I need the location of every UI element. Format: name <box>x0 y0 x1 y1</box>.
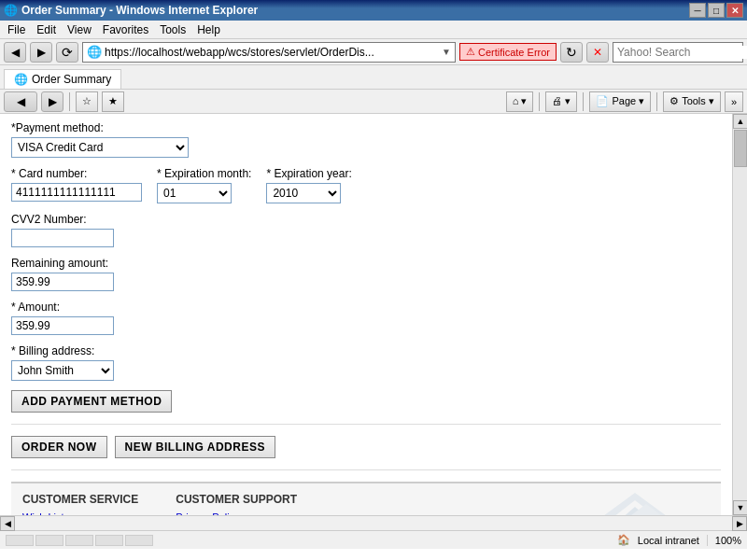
exp-month-select[interactable]: 01020304 05060708 09101112 <box>157 183 232 203</box>
search-input[interactable] <box>617 46 747 59</box>
order-now-button[interactable]: ORDER NOW <box>11 436 107 458</box>
toolbar: ◀ ▶ ☆ ★ ⌂ ▾ 🖨 ▾ 📄 Page ▾ ⚙ Tools ▾ » <box>0 90 747 114</box>
amount-input[interactable] <box>11 316 114 335</box>
scroll-track[interactable] <box>733 129 747 500</box>
active-tab[interactable]: 🌐 Order Summary <box>4 69 121 89</box>
address-input[interactable] <box>105 46 442 59</box>
tab-bar: 🌐 Order Summary <box>0 65 747 90</box>
go-button[interactable]: ↻ <box>560 42 583 63</box>
footer-col-service: CUSTOMER SERVICE Wish List My Account <box>22 493 138 515</box>
cert-error-badge[interactable]: ⚠ Certificate Error <box>459 43 557 61</box>
card-number-label: * Card number: <box>11 167 142 180</box>
footer: CUSTOMER SERVICE Wish List My Account CU… <box>11 482 721 515</box>
menu-favorites[interactable]: Favorites <box>97 21 154 38</box>
toolbar-sep-1 <box>69 92 70 111</box>
toolbar-sep-3 <box>583 92 584 111</box>
footer-logo-svg <box>560 493 710 515</box>
card-fields-row: * Card number: * Expiration month: 01020… <box>11 167 721 203</box>
toolbar-print[interactable]: 🖨 ▾ <box>545 91 577 112</box>
toolbar-forward[interactable]: ▶ <box>41 91 63 112</box>
toolbar-tools[interactable]: ⚙ Tools ▾ <box>663 91 721 112</box>
title-bar-icon: 🌐 <box>4 4 18 17</box>
exp-month-label: * Expiration month: <box>157 167 251 180</box>
minimize-button[interactable]: ─ <box>689 3 706 18</box>
toolbar-sep-4 <box>656 92 657 111</box>
scrollbar: ▲ ▼ <box>732 114 747 515</box>
main-layout: *Payment method: VISA Credit Card Master… <box>0 114 747 515</box>
content-area: *Payment method: VISA Credit Card Master… <box>0 114 732 515</box>
menu-bar: File Edit View Favorites Tools Help <box>0 21 747 39</box>
hscroll-right-button[interactable]: ▶ <box>732 516 747 531</box>
card-number-input[interactable] <box>11 183 142 202</box>
stop-button[interactable]: ✕ <box>586 42 609 63</box>
cvv2-row: CVV2 Number: <box>11 213 721 247</box>
footer-col-support: CUSTOMER SUPPORT Privacy Policy Contact … <box>176 493 297 515</box>
toolbar-page[interactable]: 📄 Page ▾ <box>589 91 651 112</box>
tab-label: Order Summary <box>32 73 111 86</box>
menu-view[interactable]: View <box>62 21 97 38</box>
ie-icon: 🌐 <box>87 45 102 59</box>
remaining-row: Remaining amount: <box>11 257 721 291</box>
tab-icon: 🌐 <box>14 73 28 86</box>
divider-1 <box>11 424 721 425</box>
horizontal-scrollbar: ◀ ▶ <box>0 515 747 530</box>
zoom-label: 100% <box>707 535 741 546</box>
address-bar-wrap: 🌐 ▼ <box>82 42 456 63</box>
zone-icon: 🏠 <box>617 534 630 546</box>
card-number-group: * Card number: <box>11 167 142 202</box>
address-dropdown-icon[interactable]: ▼ <box>442 47 451 57</box>
remaining-label: Remaining amount: <box>11 257 721 270</box>
toolbar-back[interactable]: ◀ <box>4 91 37 112</box>
payment-method-select[interactable]: VISA Credit Card MasterCard American Exp… <box>11 137 189 158</box>
amount-label: * Amount: <box>11 301 721 314</box>
exp-year-group: * Expiration year: 201020112012 20132014… <box>266 167 351 203</box>
toolbar-home[interactable]: ⌂ ▾ <box>506 91 534 112</box>
remaining-input[interactable] <box>11 273 114 291</box>
status-bar: 🏠 Local intranet 100% <box>0 530 747 549</box>
refresh-button[interactable]: ⟳ <box>56 42 78 63</box>
billing-row: * Billing address: John Smith <box>11 344 721 381</box>
add-payment-row: ADD PAYMENT METHOD <box>11 390 721 413</box>
exp-month-group: * Expiration month: 01020304 05060708 09… <box>157 167 251 203</box>
footer-support-heading: CUSTOMER SUPPORT <box>176 493 297 506</box>
payment-method-row: *Payment method: VISA Credit Card Master… <box>11 121 721 158</box>
title-bar: 🌐 Order Summary - Windows Internet Explo… <box>0 0 747 21</box>
amount-row: * Amount: <box>11 301 721 335</box>
back-button[interactable]: ◀ <box>4 42 26 63</box>
toolbar-add-favorites[interactable]: ★ <box>102 91 124 112</box>
menu-edit[interactable]: Edit <box>31 21 62 38</box>
cvv2-label: CVV2 Number: <box>11 213 721 226</box>
menu-help[interactable]: Help <box>191 21 226 38</box>
address-bar: ◀ ▶ ⟳ 🌐 ▼ ⚠ Certificate Error ↻ ✕ 🔍 <box>0 39 747 65</box>
scroll-down-button[interactable]: ▼ <box>733 500 747 515</box>
toolbar-favorites-star[interactable]: ☆ <box>76 91 98 112</box>
exp-year-select[interactable]: 201020112012 201320142015 <box>266 183 341 203</box>
status-tabs <box>6 535 153 546</box>
toolbar-expand[interactable]: » <box>725 91 743 112</box>
scroll-up-button[interactable]: ▲ <box>733 114 747 129</box>
close-button[interactable]: ✕ <box>726 3 743 18</box>
order-button-row: ORDER NOW NEW BILLING ADDRESS <box>11 436 721 458</box>
billing-select[interactable]: John Smith <box>11 360 114 381</box>
title-bar-title: Order Summary - Windows Internet Explore… <box>21 4 689 17</box>
footer-wishlist-link[interactable]: Wish List <box>22 511 138 515</box>
footer-service-heading: CUSTOMER SERVICE <box>22 493 138 506</box>
status-left <box>6 535 610 546</box>
maximize-button[interactable]: □ <box>708 3 725 18</box>
scroll-thumb[interactable] <box>734 130 747 167</box>
payment-method-label: *Payment method: <box>11 121 721 134</box>
forward-button[interactable]: ▶ <box>30 42 52 63</box>
zone-label: Local intranet <box>638 535 699 546</box>
new-billing-button[interactable]: NEW BILLING ADDRESS <box>115 436 275 458</box>
toolbar-sep-2 <box>539 92 540 111</box>
menu-tools[interactable]: Tools <box>154 21 191 38</box>
menu-file[interactable]: File <box>2 21 31 38</box>
divider-2 <box>11 469 721 470</box>
add-payment-button[interactable]: ADD PAYMENT METHOD <box>11 390 172 413</box>
cert-error-icon: ⚠ <box>466 46 475 58</box>
footer-privacy-link[interactable]: Privacy Policy <box>176 511 297 515</box>
hscroll-left-button[interactable]: ◀ <box>0 516 15 531</box>
cvv2-input[interactable] <box>11 229 114 247</box>
exp-year-label: * Expiration year: <box>266 167 351 180</box>
search-box: 🔍 <box>613 42 743 63</box>
